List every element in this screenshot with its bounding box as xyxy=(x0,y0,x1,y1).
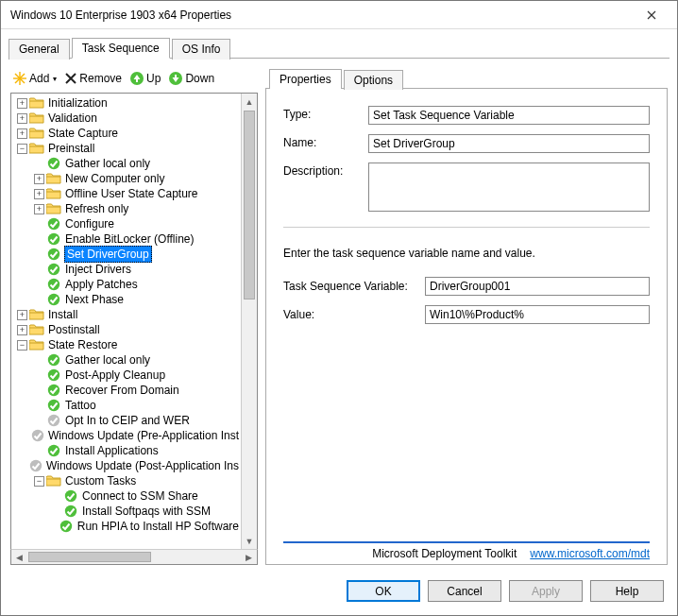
tab-task-sequence[interactable]: Task Sequence xyxy=(72,38,170,59)
tree-node[interactable]: Install Softpaqs with SSM xyxy=(13,504,241,519)
check-icon xyxy=(46,231,61,247)
tab-os-info[interactable]: OS Info xyxy=(172,39,231,60)
properties-tab-properties[interactable]: Properties xyxy=(269,69,342,89)
collapse-icon[interactable]: − xyxy=(17,340,27,351)
tree-node[interactable]: +State Capture xyxy=(13,126,241,141)
tree-node[interactable]: +Validation xyxy=(13,111,241,126)
expand-icon[interactable]: + xyxy=(17,98,27,109)
remove-label: Remove xyxy=(79,72,122,85)
svg-point-15 xyxy=(48,385,59,396)
scroll-down-icon[interactable]: ▼ xyxy=(242,533,257,549)
twisty-spacer xyxy=(34,159,44,169)
add-label: Add xyxy=(29,72,49,85)
folder-icon xyxy=(29,111,44,126)
variable-label: Task Sequence Variable: xyxy=(283,280,425,293)
tree-node[interactable]: Install Applications xyxy=(13,443,241,458)
ok-button[interactable]: OK xyxy=(347,580,420,602)
properties-tab-options[interactable]: Options xyxy=(344,70,403,90)
remove-button[interactable]: Remove xyxy=(62,71,124,86)
tree-node-label: State Capture xyxy=(46,126,120,141)
tree-horizontal-scrollbar[interactable]: ◀ ▶ xyxy=(10,549,258,565)
expand-icon[interactable]: + xyxy=(17,113,27,124)
tree-node[interactable]: Inject Drivers xyxy=(13,262,241,277)
check-icon xyxy=(59,519,74,534)
expand-icon[interactable]: + xyxy=(17,310,27,320)
tree-node[interactable]: Opt In to CEIP and WER xyxy=(13,413,241,428)
description-field[interactable] xyxy=(368,163,650,212)
tree-node[interactable]: Connect to SSM Share xyxy=(13,488,241,504)
task-sequence-tree[interactable]: +Initialization+Validation+State Capture… xyxy=(11,94,241,549)
up-button[interactable]: Up xyxy=(127,70,162,87)
apply-button[interactable]: Apply xyxy=(509,580,583,602)
tree-toolbar: Add ▾ Remove Up Down xyxy=(10,68,258,93)
tree-node[interactable]: Gather local only xyxy=(13,156,241,171)
tree-node[interactable]: +Refresh only xyxy=(13,201,241,216)
twisty-spacer xyxy=(34,355,44,366)
twisty-spacer xyxy=(34,370,44,381)
tree-node-label: Next Phase xyxy=(63,292,126,307)
tree-node[interactable]: Tattoo xyxy=(13,398,241,413)
tree-node[interactable]: Gather local only xyxy=(13,352,241,368)
instruction-text: Enter the task sequence variable name an… xyxy=(283,247,650,260)
tree-node[interactable]: +Offline User State Capture xyxy=(13,186,241,201)
folder-icon xyxy=(46,171,61,186)
tree-node[interactable]: +Postinstall xyxy=(13,322,241,337)
collapse-icon[interactable]: − xyxy=(17,144,27,154)
expand-icon[interactable]: + xyxy=(17,325,27,335)
tree-node[interactable]: Windows Update (Post-Application Ins xyxy=(13,458,241,473)
arrow-down-icon xyxy=(168,71,183,86)
tree-node[interactable]: Apply Patches xyxy=(13,277,241,292)
close-button[interactable] xyxy=(632,2,671,28)
right-pane: PropertiesOptions Type: Name: Descriptio… xyxy=(265,68,668,565)
scroll-up-icon[interactable]: ▲ xyxy=(242,94,257,110)
tab-general[interactable]: General xyxy=(8,39,70,60)
tree-node[interactable]: Set DriverGroup xyxy=(13,247,241,262)
value-field[interactable] xyxy=(425,305,650,324)
collapse-icon[interactable]: − xyxy=(34,476,44,487)
tree-node[interactable]: −Preinstall xyxy=(13,141,241,156)
expand-icon[interactable]: + xyxy=(17,128,27,139)
scroll-right-icon[interactable]: ▶ xyxy=(241,550,257,564)
tree-node[interactable]: Configure xyxy=(13,216,241,231)
scrollbar-thumb[interactable] xyxy=(28,552,151,562)
expand-icon[interactable]: + xyxy=(34,189,44,199)
tree-node[interactable]: +New Computer only xyxy=(13,171,241,186)
check-icon xyxy=(46,247,61,262)
window-title: Windows 10 Enterprise 1903 x64 Propertie… xyxy=(10,9,632,22)
tree-node[interactable]: −Custom Tasks xyxy=(13,473,241,488)
type-label: Type: xyxy=(283,106,368,121)
name-field[interactable] xyxy=(368,134,650,153)
tree-vertical-scrollbar[interactable]: ▲ ▼ xyxy=(241,94,257,549)
tree-node[interactable]: −State Restore xyxy=(13,337,241,352)
tree-node-label: Postinstall xyxy=(46,322,102,337)
tree-node[interactable]: Recover From Domain xyxy=(13,383,241,398)
tree-node[interactable]: Windows Update (Pre-Application Inst xyxy=(13,428,241,443)
tree-node[interactable]: +Initialization xyxy=(13,95,241,111)
twisty-spacer xyxy=(34,416,44,426)
tree-node[interactable]: Run HPIA to Install HP Software xyxy=(13,519,241,534)
svg-point-8 xyxy=(48,233,59,245)
tree-node[interactable]: Enable BitLocker (Offline) xyxy=(13,231,241,247)
product-link[interactable]: www.microsoft.com/mdt xyxy=(530,547,650,560)
tree-node-label: Post-Apply Cleanup xyxy=(63,368,167,383)
variable-field[interactable] xyxy=(425,277,650,296)
scrollbar-thumb[interactable] xyxy=(244,111,255,299)
check-icon xyxy=(46,277,61,292)
twisty-spacer xyxy=(34,265,44,275)
svg-point-7 xyxy=(48,218,59,230)
help-button[interactable]: Help xyxy=(590,580,664,602)
product-label: Microsoft Deployment Toolkit xyxy=(372,547,517,560)
tree-node[interactable]: Next Phase xyxy=(13,292,241,307)
tree-node[interactable]: +Install xyxy=(13,307,241,322)
expand-icon[interactable]: + xyxy=(34,174,44,184)
svg-point-9 xyxy=(48,248,59,260)
tree-node[interactable]: Post-Apply Cleanup xyxy=(13,368,241,383)
down-button[interactable]: Down xyxy=(166,70,216,87)
svg-point-22 xyxy=(65,505,76,517)
scroll-left-icon[interactable]: ◀ xyxy=(11,550,27,564)
add-button[interactable]: Add ▾ xyxy=(10,70,59,87)
tree-node-label: Set DriverGroup xyxy=(64,246,152,263)
disabled-icon xyxy=(31,428,44,443)
cancel-button[interactable]: Cancel xyxy=(428,580,501,602)
expand-icon[interactable]: + xyxy=(34,204,44,214)
